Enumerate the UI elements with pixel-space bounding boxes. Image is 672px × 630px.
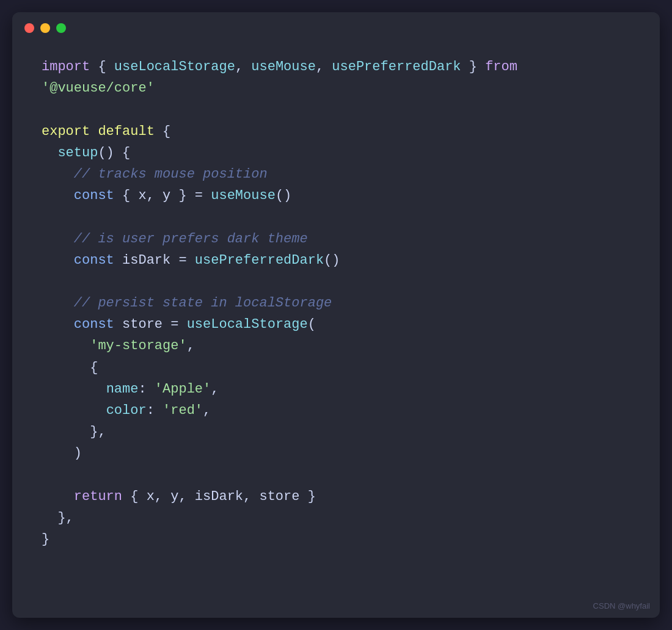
code-line-14: 'my-storage', [42, 335, 630, 357]
code-editor: import { useLocalStorage, useMouse, useP… [12, 44, 660, 562]
code-line-18: }, [42, 421, 630, 443]
code-line-3 [42, 99, 630, 120]
code-line-10: const isDark = usePreferredDark() [42, 250, 630, 271]
code-line-20 [42, 465, 630, 486]
titlebar [12, 12, 660, 44]
code-line-11 [42, 271, 630, 292]
code-line-23: } [42, 529, 630, 550]
close-button[interactable] [24, 23, 34, 33]
code-window: import { useLocalStorage, useMouse, useP… [12, 12, 660, 618]
code-line-12: // persist state in localStorage [42, 292, 630, 314]
watermark: CSDN @whyfail [593, 601, 650, 610]
code-line-8 [42, 206, 630, 228]
code-line-2: '@vueuse/core' [42, 78, 630, 99]
minimize-button[interactable] [40, 23, 50, 33]
code-line-19: ) [42, 443, 630, 464]
code-line-1: import { useLocalStorage, useMouse, useP… [42, 56, 630, 78]
code-line-4: export default { [42, 121, 630, 142]
code-line-13: const store = useLocalStorage( [42, 314, 630, 335]
code-line-7: const { x, y } = useMouse() [42, 185, 630, 206]
code-line-6: // tracks mouse position [42, 164, 630, 185]
code-line-17: color: 'red', [42, 400, 630, 421]
maximize-button[interactable] [56, 23, 66, 33]
code-line-5: setup() { [42, 142, 630, 164]
code-line-21: return { x, y, isDark, store } [42, 486, 630, 507]
code-line-9: // is user prefers dark theme [42, 228, 630, 250]
code-line-22: }, [42, 507, 630, 529]
code-line-16: name: 'Apple', [42, 378, 630, 400]
code-line-15: { [42, 357, 630, 378]
